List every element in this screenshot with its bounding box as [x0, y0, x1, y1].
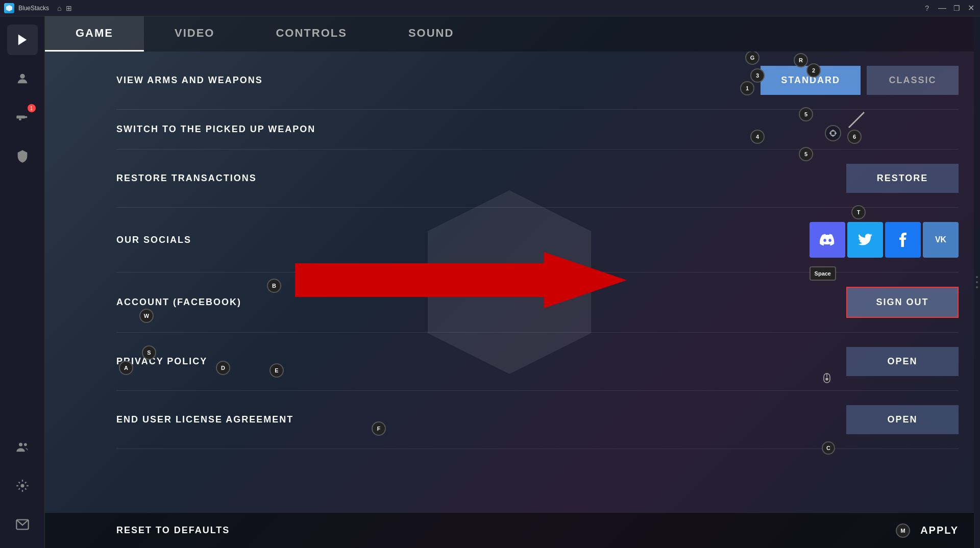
key-A: A: [119, 361, 133, 375]
account-facebook-label: ACCOUNT (FACEBOOK): [116, 297, 241, 308]
tabs: GAME VIDEO CONTROLS SOUND: [45, 16, 974, 52]
switch-weapon-row: SWITCH TO THE PICKED UP WEAPON 4 6 5: [116, 110, 959, 150]
scroll-dot-2: [976, 281, 978, 283]
scroll-dot-1: [976, 276, 978, 278]
help-icon[interactable]: ?: [925, 4, 929, 12]
settings-content: VIEW ARMS AND WEAPONS G R 2 3 1 STANDARD…: [45, 52, 974, 548]
svg-marker-0: [6, 5, 12, 11]
key-F: F: [372, 421, 386, 436]
svg-point-19: [826, 378, 828, 380]
svg-marker-1: [18, 35, 26, 45]
close-button[interactable]: ✕: [966, 3, 976, 13]
classic-button[interactable]: CLASSIC: [867, 66, 959, 95]
sidebar-item-gun[interactable]: 1: [7, 102, 38, 133]
reset-defaults-label: RESET TO DEFAULTS: [116, 525, 230, 536]
svg-line-16: [849, 112, 864, 128]
svg-point-7: [23, 443, 27, 446]
home-icon[interactable]: ⌂: [57, 4, 61, 12]
title-bar: BlueStacks ⌂ ⊞ ? — ❐ ✕: [0, 0, 980, 16]
right-panel: [974, 16, 980, 548]
our-socials-label: OUR SOCIALS: [116, 235, 191, 245]
eula-row: END USER LICENSE AGREEMENT F C OPEN: [116, 391, 959, 449]
sidebar-item-profile[interactable]: [7, 63, 38, 94]
our-socials-row: OUR SOCIALS T: [116, 208, 959, 272]
tab-game[interactable]: GAME: [45, 16, 144, 52]
key-R: R: [794, 53, 808, 67]
key-5b: 5: [799, 147, 813, 161]
sidebar: 1: [0, 16, 45, 548]
key-5: 5: [799, 107, 813, 121]
bottom-bar: RESET TO DEFAULTS M APPLY: [45, 512, 974, 548]
switch-weapon-label: SWITCH TO THE PICKED UP WEAPON: [116, 124, 315, 135]
svg-point-2: [20, 74, 24, 79]
key-C: C: [822, 441, 835, 455]
key-T: T: [851, 205, 866, 219]
title-bar-left: BlueStacks ⌂ ⊞: [4, 3, 72, 13]
bluestacks-logo: [4, 3, 14, 13]
eula-open-button[interactable]: OPEN: [846, 405, 959, 434]
sidebar-item-shield[interactable]: [7, 141, 38, 171]
key-4: 4: [750, 130, 765, 144]
main-layout: 1 GAME: [0, 16, 980, 548]
content-area: GAME VIDEO CONTROLS SOUND VIEW ARMS AND …: [45, 16, 974, 548]
svg-rect-4: [23, 116, 27, 118]
sidebar-item-play[interactable]: [7, 24, 38, 55]
apply-button[interactable]: APPLY: [920, 525, 959, 536]
sidebar-item-mail[interactable]: [7, 509, 38, 540]
sign-out-button[interactable]: SIGN OUT: [846, 287, 959, 318]
account-facebook-row: ACCOUNT (FACEBOOK) W B Space SIGN OUT: [116, 272, 959, 333]
tab-video[interactable]: VIDEO: [144, 16, 245, 52]
key-B: B: [267, 279, 281, 293]
stack-icon[interactable]: ⊞: [66, 4, 72, 12]
key-3: 3: [750, 68, 765, 83]
vk-button[interactable]: VK: [923, 222, 959, 258]
svg-point-8: [20, 484, 24, 488]
twitter-button[interactable]: [847, 222, 883, 258]
mouse-icon: [821, 372, 836, 388]
window-controls: ? — ❐ ✕: [925, 3, 976, 13]
restore-transactions-label: RESTORE TRANSACTIONS: [116, 173, 257, 184]
svg-point-6: [19, 443, 22, 446]
gun-badge: 1: [28, 104, 36, 112]
view-arms-label: VIEW ARMS AND WEAPONS: [116, 75, 263, 86]
discord-button[interactable]: [810, 222, 845, 258]
sidebar-item-settings[interactable]: [7, 470, 38, 501]
tab-controls[interactable]: CONTROLS: [245, 16, 377, 52]
key-E: E: [270, 363, 284, 378]
key-G: G: [745, 52, 760, 65]
key-1: 1: [740, 81, 754, 95]
slash-icon: [841, 105, 872, 135]
restore-button[interactable]: ❐: [951, 3, 962, 13]
privacy-policy-row: PRIVACY POLICY A D S E OPEN: [116, 333, 959, 391]
crosshair-icon-1: [825, 125, 841, 141]
svg-rect-5: [19, 118, 21, 120]
key-M: M: [896, 524, 910, 538]
restore-transactions-row: RESTORE TRANSACTIONS 5 RESTORE: [116, 150, 959, 208]
sidebar-item-friends[interactable]: [7, 432, 38, 462]
bottom-bar-right: M APPLY: [896, 524, 959, 538]
view-arms-row: VIEW ARMS AND WEAPONS G R 2 3 1 STANDARD…: [116, 52, 959, 110]
key-W: W: [139, 309, 154, 323]
view-arms-options: G R 2 3 1 STANDARD CLASSIC: [761, 66, 959, 95]
eula-label: END USER LICENSE AGREEMENT: [116, 414, 293, 425]
privacy-policy-open-button[interactable]: OPEN: [846, 347, 959, 376]
key-2: 2: [806, 63, 821, 78]
minimize-button[interactable]: —: [937, 3, 947, 13]
scroll-dot-3: [976, 286, 978, 288]
social-buttons: VK: [810, 222, 959, 258]
restore-button[interactable]: RESTORE: [846, 164, 959, 193]
key-Space: Space: [810, 266, 836, 281]
key-D: D: [216, 361, 230, 375]
svg-rect-3: [16, 116, 24, 119]
facebook-button[interactable]: [885, 222, 921, 258]
app-title: BlueStacks: [18, 5, 49, 12]
tab-sound[interactable]: SOUND: [378, 16, 484, 52]
key-S: S: [142, 345, 156, 360]
